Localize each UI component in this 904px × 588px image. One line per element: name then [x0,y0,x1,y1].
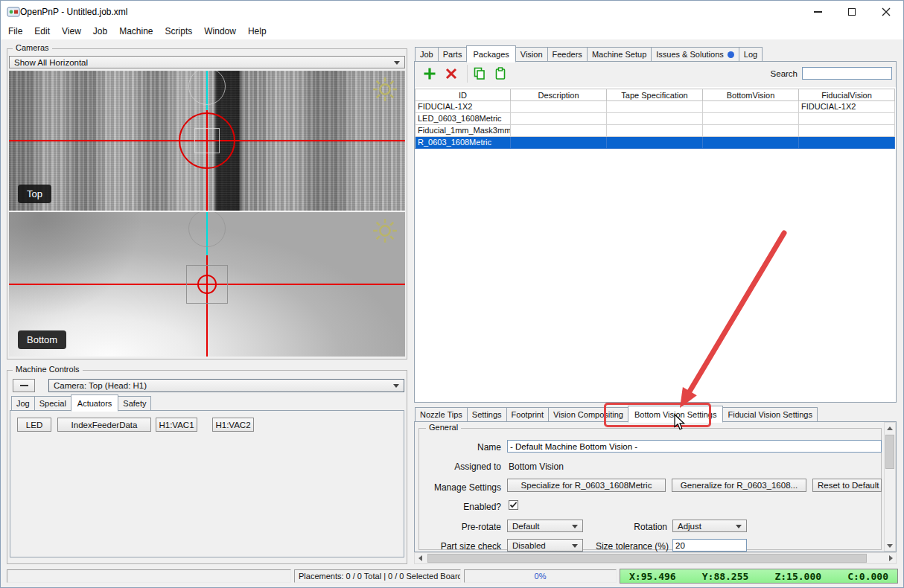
column-header-description[interactable]: Description [511,89,607,101]
tab-special[interactable]: Special [34,396,71,411]
maximize-button[interactable] [835,1,869,23]
tab-vision-compositing[interactable]: Vision Compositing [548,407,628,422]
scroll-left-button[interactable] [415,553,425,563]
size-tolerance-input[interactable] [672,539,747,552]
enabled-checkbox[interactable] [509,500,518,510]
x-icon [445,67,458,80]
title-bar[interactable]: OpenPnP - Untitled.job.xml [1,1,903,23]
search-input[interactable] [802,67,892,80]
scroll-right-button[interactable] [885,553,896,563]
machine-controls-tabs: Jog Special Actuators Safety [11,394,150,411]
menu-edit[interactable]: Edit [28,24,56,39]
cell-id: R_0603_1608Metric [415,137,511,149]
column-header-id[interactable]: ID [415,89,511,101]
cell-tape-specification [607,137,703,149]
actuator-h1vac1-button[interactable]: H1:VAC1 [156,418,197,432]
pre-rotate-select[interactable]: Default [507,520,583,532]
scrollbar-thumb[interactable] [427,554,867,563]
actuator-indexfeederdata-button[interactable]: IndexFeederData [57,418,151,432]
delete-package-button[interactable] [445,67,458,83]
tab-footprint[interactable]: Footprint [506,407,549,422]
menu-window[interactable]: Window [198,24,242,39]
cell-description [511,101,607,113]
part-size-check-select[interactable]: Disabled [507,539,583,552]
table-row[interactable]: FIDUCIAL-1X2 FIDUCIAL-1X2 [415,101,896,113]
tab-machine-setup[interactable]: Machine Setup [587,47,652,62]
tab-packages[interactable]: Packages [466,45,515,63]
openpnp-window: OpenPnP - Untitled.job.xml File Edit Vie… [0,0,904,588]
collapse-machine-controls-button[interactable] [13,379,35,392]
camera-view-selector[interactable]: Show All Horizontal [9,56,405,68]
specialize-button[interactable]: Specialize for R_0603_1608Metric [507,479,666,492]
column-header-tape-specification[interactable]: Tape Specification [607,89,703,101]
menu-scripts[interactable]: Scripts [159,24,199,39]
head-camera-selector[interactable]: Camera: Top (Head: H1) [48,379,404,392]
head-camera-selector-value: Camera: Top (Head: H1) [54,381,147,390]
cell-tape-specification [607,125,703,137]
main-tabs: Job Parts Packages Vision Feeders Machin… [415,45,762,62]
toolbar-separator [467,65,468,83]
tab-issues-solutions[interactable]: Issues & Solutions [651,47,739,62]
cell-id: Fiducial_1mm_Mask3mm [415,125,511,137]
table-row[interactable]: LED_0603_1608Metric [415,113,896,125]
table-row[interactable]: Fiducial_1mm_Mask3mm [415,125,896,137]
close-icon [882,7,891,16]
issues-solutions-badge [728,51,734,58]
cell-fiducialvision [799,113,895,125]
detail-vertical-scrollbar[interactable] [884,422,896,552]
column-header-bottomvision[interactable]: BottomVision [703,89,799,101]
cell-id: FIDUCIAL-1X2 [415,101,511,113]
reticle-circle-top [188,212,226,247]
scroll-up-button[interactable] [885,423,895,433]
table-row-selected[interactable]: R_0603_1608Metric [415,137,896,149]
tab-parts[interactable]: Parts [438,47,468,62]
tab-safety[interactable]: Safety [118,396,151,411]
paste-icon [494,67,507,80]
copy-button[interactable] [473,67,486,83]
general-group-title: General [426,423,461,432]
tab-bottom-vision-settings[interactable]: Bottom Vision Settings [628,406,723,423]
camera-view-bottom[interactable]: Bottom [9,212,405,357]
tab-job[interactable]: Job [415,47,439,62]
generalize-button[interactable]: Generalize for R_0603_1608... [672,479,806,492]
actuator-h1vac2-button[interactable]: H1:VAC2 [212,418,254,432]
menu-file[interactable]: File [2,24,28,39]
add-package-button[interactable] [422,66,437,83]
menu-view[interactable]: View [56,24,87,39]
menu-job[interactable]: Job [87,24,113,39]
chevron-down-icon [394,61,400,65]
rotation-select[interactable]: Adjust [672,520,747,532]
paste-button[interactable] [494,67,507,83]
menu-help[interactable]: Help [242,24,273,39]
scrollbar-thumb[interactable] [885,435,894,469]
menu-machine[interactable]: Machine [113,24,159,39]
tab-settings[interactable]: Settings [467,407,507,422]
tab-jog[interactable]: Jog [11,396,35,411]
tab-issues-solutions-label: Issues & Solutions [656,50,724,59]
minimize-button[interactable] [800,1,835,23]
status-message-field [7,569,291,583]
tab-actuators[interactable]: Actuators [71,394,118,412]
tab-log[interactable]: Log [739,47,763,62]
maximize-icon [848,8,856,16]
camera-view-top[interactable]: Top [9,71,405,211]
tab-nozzle-tips[interactable]: Nozzle Tips [415,407,468,422]
detail-horizontal-scrollbar[interactable] [414,552,897,564]
name-input[interactable] [507,440,882,453]
brightness-sun-icon[interactable] [371,75,399,106]
crosshair-circle [197,275,217,294]
cell-description [511,137,607,149]
reset-to-default-button[interactable]: Reset to Default [812,479,882,492]
column-header-fiducialvision[interactable]: FiducialVision [799,89,895,101]
scroll-down-button[interactable] [885,540,895,551]
chevron-down-icon [572,544,578,548]
cell-bottomvision [703,125,799,137]
assigned-to-value: Bottom Vision [509,461,658,472]
tab-fiducial-vision-settings[interactable]: Fiducial Vision Settings [722,407,818,422]
tab-vision[interactable]: Vision [515,47,548,62]
arrow-up-icon [887,426,893,430]
tab-feeders[interactable]: Feeders [547,47,588,62]
close-button[interactable] [869,1,903,23]
brightness-sun-icon[interactable] [371,217,399,247]
actuator-led-button[interactable]: LED [17,418,51,432]
